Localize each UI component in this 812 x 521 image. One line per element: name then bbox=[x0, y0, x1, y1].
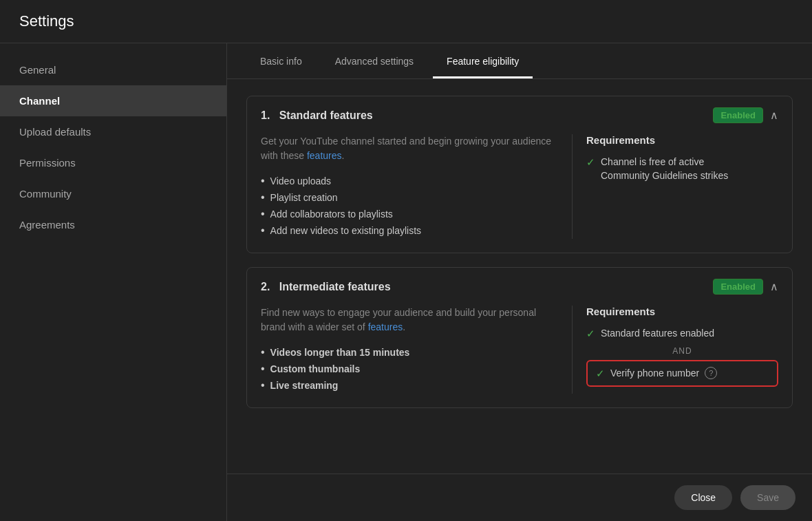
close-button[interactable]: Close bbox=[674, 485, 732, 510]
intermediate-features-body: Find new ways to engage your audience an… bbox=[247, 306, 792, 407]
intermediate-req-and: AND bbox=[586, 346, 778, 356]
intermediate-features-header-right: Enabled ∧ bbox=[713, 279, 778, 295]
standard-features-link[interactable]: features bbox=[307, 150, 342, 161]
content-area: Basic info Advanced settings Feature eli… bbox=[227, 43, 812, 521]
content-scroll: 1. Standard features Enabled ∧ Get your … bbox=[227, 79, 812, 474]
intermediate-collapse-icon[interactable]: ∧ bbox=[770, 280, 778, 293]
standard-features-desc: Get your YouTube channel started and beg… bbox=[261, 134, 558, 163]
sidebar-item-general[interactable]: General bbox=[0, 54, 226, 85]
standard-features-header: 1. Standard features Enabled ∧ bbox=[247, 96, 792, 134]
intermediate-requirements-title: Requirements bbox=[586, 306, 778, 317]
intermediate-req-item: ✓ Standard features enabled bbox=[586, 327, 778, 341]
intermediate-req-text: Standard features enabled bbox=[601, 327, 714, 341]
sidebar-item-community[interactable]: Community bbox=[0, 178, 226, 209]
sidebar-item-agreements[interactable]: Agreements bbox=[0, 209, 226, 240]
standard-features-right: Requirements ✓ Channel is free of active… bbox=[572, 134, 778, 239]
intermediate-enabled-badge: Enabled bbox=[713, 279, 763, 295]
sidebar-item-upload-defaults[interactable]: Upload defaults bbox=[0, 116, 226, 147]
tabs-bar: Basic info Advanced settings Feature eli… bbox=[227, 43, 812, 79]
intermediate-features-desc: Find new ways to engage your audience an… bbox=[261, 306, 558, 334]
list-item: Add new videos to existing playlists bbox=[261, 222, 558, 239]
tab-basic-info[interactable]: Basic info bbox=[246, 43, 316, 78]
intermediate-features-link[interactable]: features bbox=[368, 321, 403, 332]
verify-phone-help-icon[interactable]: ? bbox=[705, 367, 717, 379]
sidebar-item-permissions[interactable]: Permissions bbox=[0, 147, 226, 178]
header: Settings bbox=[0, 0, 812, 43]
standard-features-header-right: Enabled ∧ bbox=[713, 107, 778, 123]
standard-req-text: Channel is free of active Community Guid… bbox=[601, 156, 728, 182]
sidebar: General Channel Upload defaults Permissi… bbox=[0, 43, 227, 521]
main-layout: General Channel Upload defaults Permissi… bbox=[0, 43, 812, 521]
verify-phone-text: Verify phone number bbox=[610, 368, 699, 379]
tab-advanced-settings[interactable]: Advanced settings bbox=[321, 43, 427, 78]
standard-features-title: 1. Standard features bbox=[261, 109, 373, 122]
verify-phone-box: ✓ Verify phone number ? bbox=[586, 360, 778, 387]
standard-feature-list: Video uploads Playlist creation Add coll… bbox=[261, 173, 558, 239]
list-item: Videos longer than 15 minutes bbox=[261, 344, 558, 361]
standard-req-item: ✓ Channel is free of active Community Gu… bbox=[586, 156, 778, 182]
list-item: Live streaming bbox=[261, 377, 558, 394]
intermediate-req-check: ✓ bbox=[586, 328, 595, 340]
footer: Close Save bbox=[227, 474, 812, 521]
intermediate-feature-list: Videos longer than 15 minutes Custom thu… bbox=[261, 344, 558, 394]
standard-features-left: Get your YouTube channel started and beg… bbox=[261, 134, 572, 239]
intermediate-features-left: Find new ways to engage your audience an… bbox=[261, 306, 572, 394]
standard-collapse-icon[interactable]: ∧ bbox=[770, 109, 778, 122]
list-item: Video uploads bbox=[261, 173, 558, 189]
page-title: Settings bbox=[19, 12, 74, 30]
standard-features-card: 1. Standard features Enabled ∧ Get your … bbox=[246, 96, 793, 253]
intermediate-features-card: 2. Intermediate features Enabled ∧ Find … bbox=[246, 267, 793, 408]
intermediate-features-title: 2. Intermediate features bbox=[261, 281, 391, 293]
standard-req-check: ✓ bbox=[586, 156, 595, 169]
tab-feature-eligibility[interactable]: Feature eligibility bbox=[433, 43, 533, 78]
standard-features-body: Get your YouTube channel started and beg… bbox=[247, 134, 792, 253]
save-button[interactable]: Save bbox=[740, 485, 795, 510]
list-item: Playlist creation bbox=[261, 189, 558, 206]
sidebar-item-channel[interactable]: Channel bbox=[0, 85, 226, 116]
verify-phone-check: ✓ bbox=[596, 368, 605, 380]
intermediate-features-right: Requirements ✓ Standard features enabled… bbox=[572, 306, 778, 394]
list-item: Add collaborators to playlists bbox=[261, 206, 558, 222]
intermediate-features-header: 2. Intermediate features Enabled ∧ bbox=[247, 268, 792, 306]
list-item: Custom thumbnails bbox=[261, 361, 558, 377]
standard-requirements-title: Requirements bbox=[586, 134, 778, 146]
standard-enabled-badge: Enabled bbox=[713, 107, 763, 123]
